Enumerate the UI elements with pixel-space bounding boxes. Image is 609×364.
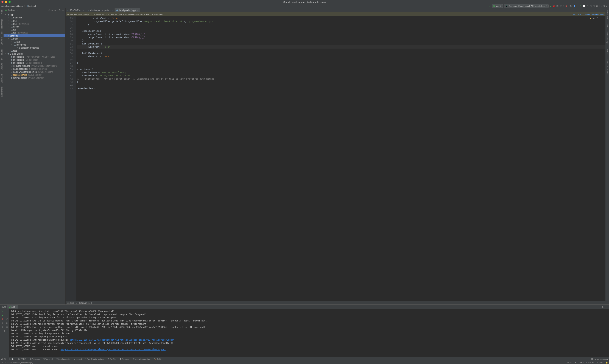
trash-icon[interactable]: 🗑 [3,329,6,332]
code-editor[interactable]: minifyEnabled false proguardFiles getDef… [76,16,606,301]
run-button[interactable]: ▶ [550,5,551,7]
debug-button[interactable]: 🐞 [552,5,555,7]
rail-resource-manager[interactable]: Resource Manager [1,19,3,34]
wrap-icon[interactable]: ↩ [5,317,9,321]
run-hide-icon[interactable]: — [605,306,608,308]
settings-icon[interactable]: ⚙ [603,5,605,7]
breadcrumb-item[interactable]: backend [28,5,36,7]
tree-item[interactable]: ≡ elasticapm.properties [3,46,65,49]
tree-item[interactable]: ≡ gradle-wrapper.properties (Gradle Vers… [3,70,65,73]
editor-tab[interactable]: ▾ README.md × [65,8,86,12]
search-icon[interactable]: ⌕ [601,5,602,7]
rail-pull-requests[interactable]: Pull Requests [1,49,3,60]
revert-icon[interactable]: ↶ [586,5,588,7]
tree-item[interactable]: ▾⬢ Gradle Scripts [3,52,65,55]
tool-appinspection[interactable]: ⬚ App Inspection [56,358,71,360]
hide-icon[interactable]: — [62,9,64,12]
rail-structure[interactable]: Structure [1,63,3,71]
tool-layout-inspector[interactable]: ▦ Layout Inspector [591,358,608,360]
tool-upgrade[interactable]: ⇧ Upgrade Assistant [132,358,150,360]
editor-tab[interactable]: ≡ elasticapm.properties × [86,8,115,12]
rail-bookmarks[interactable]: Bookmarks [1,74,3,83]
rail-build-variants[interactable]: Build Variants [1,87,3,97]
sync-icon[interactable]: ↘ [489,5,491,7]
maximize-window[interactable] [9,1,11,3]
layout-icon[interactable]: ▦ [1,321,4,325]
tree-item[interactable]: ▸▬ java [3,19,65,22]
tree-item[interactable]: ≡ local.properties (SDK Location) [3,73,65,76]
tree-item[interactable]: ⬢ build.gradle (Module :app) [3,58,65,61]
lock-icon[interactable]: 🔒 [606,361,608,364]
tool-build[interactable]: 🔨 Build [154,358,161,360]
rerun-icon[interactable]: ↻ [1,310,4,313]
tree-item[interactable]: ▬ test [3,49,65,52]
tree-item[interactable]: ▸▬ assets [3,25,65,28]
filter-icon[interactable]: ☰ [5,325,9,328]
device-ic[interactable]: ▣ [596,5,598,7]
run-tab[interactable]: ▣ app × [7,305,18,309]
tree-item[interactable]: ⬢ settings.gradle (Project Settings) [3,76,65,79]
tool-run[interactable]: ▶ Run [10,358,15,360]
line-gutter[interactable]: 2324252627282930313233343536373839404142… [65,16,74,301]
caret-position[interactable]: 32:26 [567,361,571,364]
tree-item[interactable]: ▾▬ main [3,37,65,40]
collapse-icon[interactable]: ⇥ [54,9,56,12]
run-icon[interactable]: ▶ [1,313,4,317]
tree-item[interactable]: ≡ gradle.properties (Project Properties) [3,67,65,70]
coverage-icon[interactable]: ▦ [556,5,558,7]
tool-problems[interactable]: ⊘ Problems [29,358,40,360]
device-dropdown[interactable]: 📱 Resizable (Experimental) API UpsideDo.… [504,4,549,8]
expand-icon[interactable]: ≡ [52,9,53,12]
run-config-dropdown[interactable]: ▣ app ▼ [492,4,503,8]
rail-emulator[interactable]: Emulator [606,48,608,55]
git-push-icon[interactable]: ↗ [580,5,582,7]
gear-icon[interactable]: ⚙ [58,9,61,12]
select-opened-icon[interactable]: ⊙ [48,9,50,12]
editor-breadcrumb[interactable]: android{} 〉 kotlinOptions{} [65,301,606,304]
tree-item[interactable]: ▸▬ java (generated) [3,22,65,25]
line-ending[interactable]: LF [574,361,576,364]
breadcrumb-item[interactable]: sample-app-android-apm [1,5,23,7]
breadcrumb[interactable]: sample-app-android-apm 〉 ▮ backend [1,5,36,7]
up-icon[interactable]: ↑ [5,310,9,313]
avd-icon[interactable]: ▢ [590,5,592,7]
tree-item[interactable]: ▾▬ resources [3,43,65,46]
tree-item[interactable]: ▬ res (generated) [3,31,65,34]
git-branch[interactable]: ⎇ main [596,361,603,364]
fold-column[interactable] [74,16,76,301]
sdk-icon[interactable]: ⬚ [593,5,595,7]
print-icon[interactable]: 🖨 [1,325,4,328]
rail-device-explorer[interactable]: Device File Explorer [606,59,608,74]
rail-commit[interactable]: Commit ⊙ [1,37,3,45]
rail-device-manager[interactable]: Device Manager [606,32,608,44]
sync-now-link[interactable]: Sync Now [573,13,582,15]
tool-terminal[interactable]: ▢ Terminal [43,358,53,360]
editor-tab[interactable]: ⬢ build.gradle (:app) × [115,8,140,12]
scroll-icon[interactable]: ⇊ [5,321,9,325]
stop-button[interactable]: ■ [565,5,567,7]
tree-item[interactable]: ⬢ build.gradle (Project: Sample_weather_… [3,55,65,58]
indent[interactable]: 4 spaces [586,361,594,364]
tree-item[interactable]: ▾▣ backend [3,34,65,37]
ignore-changes-link[interactable]: Ignore these changes [585,13,604,15]
git-update-icon[interactable]: ⬇ [573,5,575,7]
profile-icon[interactable]: ⏱ [559,5,562,7]
close-window[interactable] [1,1,3,3]
tree-item[interactable]: ⬢ build.gradle (Module :backend) [3,61,65,64]
encoding[interactable]: UTF-8 [579,361,584,364]
tool-logcat[interactable]: ≡ Logcat [74,358,82,360]
minimize-window[interactable] [5,1,7,3]
tree-item[interactable]: ▸▬ manifests [3,16,65,19]
rail-project[interactable]: Project [1,10,3,15]
tool-aqi[interactable]: ✦ App Quality Insights [85,358,104,360]
tool-profiler[interactable]: ⏱ Profiler [108,358,116,360]
run-settings-icon[interactable]: ⚙ [602,306,604,308]
history-icon[interactable]: 🕐 [583,5,585,7]
rail-gradle[interactable]: Gradle [606,23,608,28]
tool-git[interactable]: ⎇ Git [1,358,6,360]
stop-icon[interactable]: ■ [1,317,4,321]
attach-icon[interactable]: ⎘ [563,5,564,7]
git-commit-icon[interactable]: ✓ [577,5,579,7]
actions-icon[interactable]: ▸ [606,5,608,7]
inspection-widget[interactable]: ▲ 10 ˄ ˅ ⋮ [589,17,601,19]
